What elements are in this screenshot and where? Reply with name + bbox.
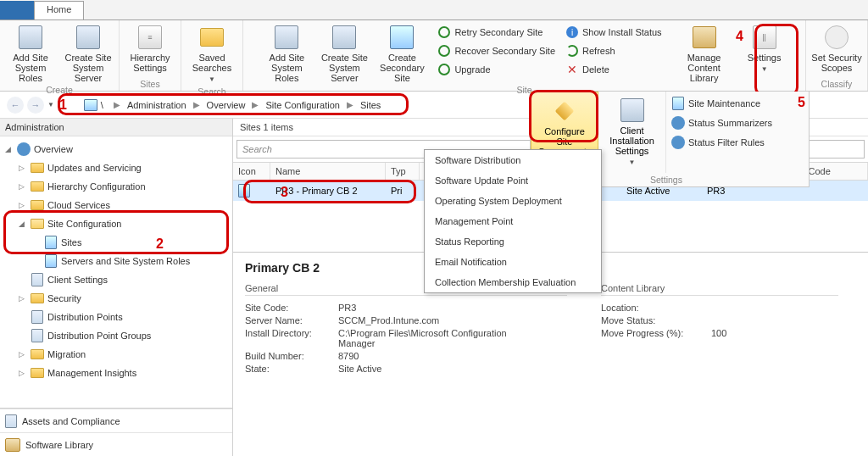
v: C:\Program Files\Microsoft Configuration… <box>338 328 542 348</box>
retry-secondary-site-button[interactable]: Retry Secondary Site <box>437 24 555 41</box>
expand-icon[interactable]: ▷ <box>15 164 27 172</box>
tree-label: Servers and Site System Roles <box>61 256 190 266</box>
expand-icon[interactable]: ◢ <box>2 145 14 153</box>
group-label: Sites <box>140 77 159 89</box>
tree-item-distribution-points[interactable]: Distribution Points <box>0 308 232 326</box>
hierarchy-settings-button[interactable]: ≡Hierarchy Settings <box>125 24 175 73</box>
tree-item-client-settings[interactable]: Client Settings <box>0 270 232 289</box>
app-menu-tab[interactable] <box>0 1 34 19</box>
cell-type: Pri <box>386 181 420 201</box>
tree-item-sites[interactable]: Sites <box>0 233 232 252</box>
tree-item-site-configuration[interactable]: ◢Site Configuration <box>0 214 232 233</box>
k: State: <box>245 364 338 374</box>
forward-button[interactable]: → <box>27 97 44 114</box>
tree-label: Sites <box>61 237 81 247</box>
site-icon <box>45 254 57 268</box>
server-icon <box>31 310 43 324</box>
v: 8790 <box>338 351 359 361</box>
saved-searches-button[interactable]: Saved Searches▼ <box>186 24 237 85</box>
tree-label: Migration <box>47 349 86 359</box>
folder-icon <box>31 200 44 210</box>
expand-icon[interactable]: ▷ <box>15 369 27 377</box>
tree-label: Overview <box>34 144 73 154</box>
tree-label: Management Insights <box>47 368 136 378</box>
gear-icon <box>17 142 31 156</box>
workspace-assets-compliance[interactable]: Assets and Compliance <box>0 409 232 432</box>
tree-label: Hierarchy Configuration <box>47 181 146 192</box>
menu-collection-membership-evaluation[interactable]: Collection Membership Evaluation <box>425 272 601 292</box>
breadcrumb-root[interactable]: \ <box>101 96 103 114</box>
tree-item-security[interactable]: ▷Security <box>0 289 232 308</box>
back-button[interactable]: ← <box>7 97 24 114</box>
expand-icon[interactable]: ▷ <box>15 294 27 303</box>
show-install-status-button[interactable]: iShow Install Status <box>565 24 662 41</box>
tab-home[interactable]: Home <box>34 1 84 19</box>
expand-icon[interactable]: ▷ <box>15 201 27 209</box>
label: Hierarchy Settings <box>125 53 175 73</box>
label: Retry Secondary Site <box>454 27 542 37</box>
k: Move Progress (%): <box>601 328 711 338</box>
label: Site Maintenance <box>688 98 760 108</box>
label: Set Security Scopes <box>811 53 862 73</box>
label: Status Filter Rules <box>688 137 765 147</box>
site-maintenance-button[interactable]: Site Maintenance <box>671 95 797 112</box>
settings-button[interactable]: ||Settings▼ <box>742 24 787 75</box>
menu-software-update-point[interactable]: Software Update Point <box>425 170 601 191</box>
breadcrumb: \ ▶ Administration▶ Overview▶ Site Confi… <box>79 96 418 114</box>
add-site-system-roles-button[interactable]: Add Site System Roles <box>5 24 56 83</box>
menu-management-point[interactable]: Management Point <box>425 211 601 231</box>
site-icon <box>45 236 57 249</box>
delete-button[interactable]: ✕Delete <box>565 61 662 78</box>
tree-item-overview[interactable]: ◢Overview <box>0 140 232 158</box>
chevron-down-icon: ▼ <box>629 158 636 166</box>
menu-email-notification[interactable]: Email Notification <box>425 252 601 272</box>
expand-icon[interactable]: ▷ <box>15 182 27 191</box>
label: Software Library <box>25 440 93 450</box>
expand-icon[interactable]: ◢ <box>15 220 27 228</box>
tree-item-servers-and-site-system-roles[interactable]: Servers and Site System Roles <box>0 252 232 270</box>
k: Install Directory: <box>245 328 338 348</box>
tree-item-management-insights[interactable]: ▷Management Insights <box>0 364 232 382</box>
workspace-software-library[interactable]: Software Library <box>0 432 232 456</box>
ribbon: Add Site System Roles Create Site System… <box>0 20 868 92</box>
breadcrumb-administration[interactable]: Administration <box>127 96 186 114</box>
tree-item-cloud-services[interactable]: ▷Cloud Services <box>0 196 232 214</box>
set-security-scopes-button[interactable]: Set Security Scopes <box>811 24 862 73</box>
tree-item-updates-and-servicing[interactable]: ▷Updates and Servicing <box>0 158 232 177</box>
breadcrumb-overview[interactable]: Overview <box>207 96 246 114</box>
manage-content-library-button[interactable]: Manage Content Library <box>674 24 735 83</box>
create-site-system-server-button[interactable]: Create Site System Server <box>63 24 114 83</box>
add-site-system-roles-button-2[interactable]: Add Site System Roles <box>261 24 312 83</box>
label: Refresh <box>582 46 615 56</box>
create-site-system-server-button-2[interactable]: Create Site System Server <box>319 24 370 83</box>
col-type[interactable]: Typ <box>386 163 420 180</box>
tree-label: Cloud Services <box>47 200 110 210</box>
menu-os-deployment[interactable]: Operating System Deployment <box>425 191 601 211</box>
breadcrumb-sites[interactable]: Sites <box>360 96 381 114</box>
menu-status-reporting[interactable]: Status Reporting <box>425 231 601 252</box>
refresh-button[interactable]: Refresh <box>565 42 662 59</box>
create-secondary-site-button[interactable]: Create Secondary Site <box>376 24 427 83</box>
expand-icon[interactable]: ▷ <box>15 350 27 359</box>
client-installation-settings-button[interactable]: Client Installation Settings ▼ <box>598 92 666 173</box>
label: Status Summarizers <box>688 118 772 128</box>
label: Assets and Compliance <box>22 416 120 426</box>
recover-secondary-site-button[interactable]: Recover Secondary Site <box>437 42 555 59</box>
breadcrumb-root-icon[interactable] <box>84 96 97 114</box>
group-label: Classify <box>821 77 853 89</box>
folder-icon <box>31 293 44 303</box>
upgrade-button[interactable]: Upgrade <box>437 61 555 78</box>
tree-item-migration[interactable]: ▷Migration <box>0 345 232 364</box>
status-filter-rules-button[interactable]: Status Filter Rules <box>671 134 797 151</box>
components-menu: Software Distribution Software Update Po… <box>424 149 602 293</box>
cell-name: PR3 - Primary CB 2 <box>270 181 386 201</box>
tree-label: Updates and Servicing <box>47 163 142 173</box>
tree-item-hierarchy-configuration[interactable]: ▷Hierarchy Configuration <box>0 177 232 196</box>
breadcrumb-site-configuration[interactable]: Site Configuration <box>265 96 339 114</box>
history-dropdown[interactable]: ▼ <box>47 101 54 108</box>
status-summarizers-button[interactable]: Status Summarizers <box>671 114 797 131</box>
col-name[interactable]: Name <box>270 163 386 180</box>
tree-item-distribution-point-groups[interactable]: Distribution Point Groups <box>0 326 232 345</box>
menu-software-distribution[interactable]: Software Distribution <box>425 150 601 170</box>
col-icon[interactable]: Icon <box>233 163 270 180</box>
